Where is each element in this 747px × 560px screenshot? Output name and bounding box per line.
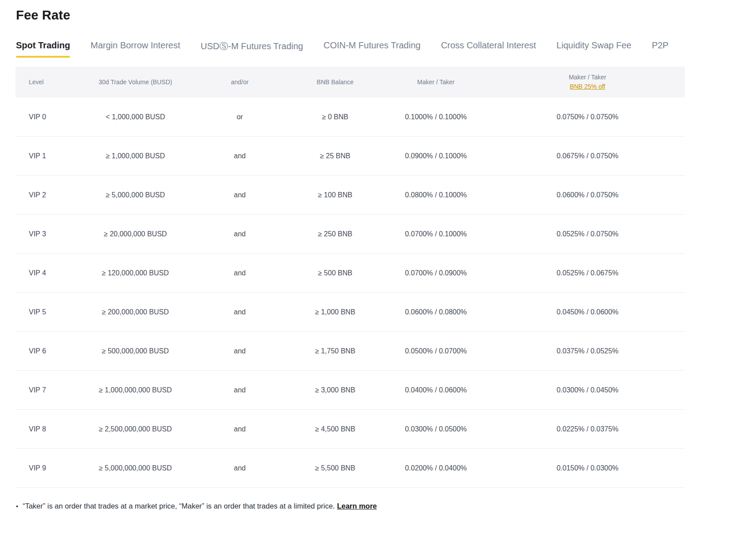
cell-bnb-balance: ≥ 250 BNB <box>289 230 382 238</box>
table-row: VIP 0 < 1,000,000 BUSD or ≥ 0 BNB 0.1000… <box>16 98 685 137</box>
cell-volume: ≥ 1,000,000,000 BUSD <box>80 386 191 394</box>
cell-maker-taker: 0.0500% / 0.0700% <box>382 347 490 355</box>
header-andor: and/or <box>191 78 289 86</box>
cell-volume: ≥ 5,000,000 BUSD <box>80 191 191 199</box>
table-row: VIP 3 ≥ 20,000,000 BUSD and ≥ 250 BNB 0.… <box>16 215 685 254</box>
cell-level: VIP 5 <box>16 308 80 316</box>
cell-maker-taker-discount: 0.0600% / 0.0750% <box>490 191 685 199</box>
cell-bnb-balance: ≥ 4,500 BNB <box>289 425 382 433</box>
table-row: VIP 8 ≥ 2,500,000,000 BUSD and ≥ 4,500 B… <box>16 410 685 449</box>
cell-level: VIP 4 <box>16 269 80 277</box>
cell-maker-taker: 0.0800% / 0.1000% <box>382 191 490 199</box>
cell-level: VIP 0 <box>16 113 80 121</box>
cell-maker-taker: 0.0700% / 0.1000% <box>382 230 490 238</box>
fee-table: Level 30d Trade Volume (BUSD) and/or BNB… <box>16 67 685 488</box>
table-row: VIP 6 ≥ 500,000,000 BUSD and ≥ 1,750 BNB… <box>16 332 685 371</box>
cell-bnb-balance: ≥ 100 BNB <box>289 191 382 199</box>
cell-andor: and <box>191 191 289 199</box>
table-header-row: Level 30d Trade Volume (BUSD) and/or BNB… <box>16 67 685 98</box>
cell-andor: and <box>191 425 289 433</box>
fee-tab[interactable]: Liquidity Swap Fee <box>556 40 631 63</box>
cell-maker-taker-discount: 0.0150% / 0.0300% <box>490 464 685 472</box>
cell-volume: ≥ 5,000,000,000 BUSD <box>80 464 191 472</box>
cell-maker-taker-discount: 0.0675% / 0.0750% <box>490 152 685 160</box>
fee-tabs: Spot Trading Margin Borrow Interest USDⓈ… <box>16 40 747 65</box>
cell-maker-taker: 0.0900% / 0.1000% <box>382 152 490 160</box>
cell-volume: ≥ 120,000,000 BUSD <box>80 269 191 277</box>
cell-bnb-balance: ≥ 5,500 BNB <box>289 464 382 472</box>
cell-andor: and <box>191 386 289 394</box>
header-level: Level <box>16 78 80 86</box>
table-row: VIP 1 ≥ 1,000,000 BUSD and ≥ 25 BNB 0.09… <box>16 137 685 176</box>
cell-volume: < 1,000,000 BUSD <box>80 113 191 121</box>
fee-tab[interactable]: P2P <box>652 40 669 63</box>
cell-andor: and <box>191 269 289 277</box>
cell-volume: ≥ 1,000,000 BUSD <box>80 152 191 160</box>
cell-maker-taker-discount: 0.0525% / 0.0750% <box>490 230 685 238</box>
fee-tab[interactable]: USDⓈ-M Futures Trading <box>201 40 303 65</box>
cell-level: VIP 3 <box>16 230 80 238</box>
cell-maker-taker-discount: 0.0225% / 0.0375% <box>490 425 685 433</box>
fee-tab[interactable]: COIN-M Futures Trading <box>324 40 421 63</box>
footnote-text: “Taker” is an order that trades at a mar… <box>23 502 335 510</box>
table-row: VIP 2 ≥ 5,000,000 BUSD and ≥ 100 BNB 0.0… <box>16 176 685 215</box>
cell-maker-taker-discount: 0.0375% / 0.0525% <box>490 347 685 355</box>
fee-tab[interactable]: Margin Borrow Interest <box>90 40 180 63</box>
cell-bnb-balance: ≥ 1,000 BNB <box>289 308 382 316</box>
cell-andor: or <box>191 113 289 121</box>
cell-maker-taker: 0.0200% / 0.0400% <box>382 464 490 472</box>
table-body: VIP 0 < 1,000,000 BUSD or ≥ 0 BNB 0.1000… <box>16 98 685 488</box>
header-maker-taker-discount: Maker / Taker BNB 25% off <box>490 73 685 91</box>
header-bnb-balance: BNB Balance <box>289 78 382 86</box>
page-title: Fee Rate <box>16 8 747 23</box>
cell-volume: ≥ 20,000,000 BUSD <box>80 230 191 238</box>
bullet-icon: • <box>16 503 18 510</box>
cell-bnb-balance: ≥ 1,750 BNB <box>289 347 382 355</box>
cell-andor: and <box>191 464 289 472</box>
cell-maker-taker-discount: 0.0450% / 0.0600% <box>490 308 685 316</box>
cell-bnb-balance: ≥ 3,000 BNB <box>289 386 382 394</box>
cell-andor: and <box>191 347 289 355</box>
fee-tab[interactable]: Cross Collateral Interest <box>441 40 536 63</box>
cell-andor: and <box>191 152 289 160</box>
cell-volume: ≥ 200,000,000 BUSD <box>80 308 191 316</box>
table-row: VIP 7 ≥ 1,000,000,000 BUSD and ≥ 3,000 B… <box>16 371 685 410</box>
table-row: VIP 4 ≥ 120,000,000 BUSD and ≥ 500 BNB 0… <box>16 254 685 293</box>
fee-tab[interactable]: Spot Trading <box>16 40 70 63</box>
cell-bnb-balance: ≥ 25 BNB <box>289 152 382 160</box>
header-maker-taker-discount-label: Maker / Taker <box>490 73 685 82</box>
header-maker-taker: Maker / Taker <box>382 78 490 86</box>
cell-volume: ≥ 2,500,000,000 BUSD <box>80 425 191 433</box>
cell-maker-taker: 0.0600% / 0.0800% <box>382 308 490 316</box>
cell-level: VIP 6 <box>16 347 80 355</box>
cell-level: VIP 7 <box>16 386 80 394</box>
cell-maker-taker-discount: 0.0300% / 0.0450% <box>490 386 685 394</box>
cell-maker-taker-discount: 0.0750% / 0.0750% <box>490 113 685 121</box>
table-row: VIP 5 ≥ 200,000,000 BUSD and ≥ 1,000 BNB… <box>16 293 685 332</box>
cell-maker-taker: 0.0300% / 0.0500% <box>382 425 490 433</box>
bnb-25-off-link[interactable]: BNB 25% off <box>570 82 605 91</box>
cell-andor: and <box>191 308 289 316</box>
cell-volume: ≥ 500,000,000 BUSD <box>80 347 191 355</box>
cell-level: VIP 2 <box>16 191 80 199</box>
cell-level: VIP 9 <box>16 464 80 472</box>
header-volume: 30d Trade Volume (BUSD) <box>80 78 191 86</box>
cell-maker-taker: 0.0400% / 0.0600% <box>382 386 490 394</box>
cell-maker-taker: 0.0700% / 0.0900% <box>382 269 490 277</box>
cell-bnb-balance: ≥ 500 BNB <box>289 269 382 277</box>
fee-rate-page: Fee Rate Spot Trading Margin Borrow Inte… <box>0 0 747 510</box>
learn-more-link[interactable]: Learn more <box>337 502 377 510</box>
cell-level: VIP 8 <box>16 425 80 433</box>
cell-maker-taker-discount: 0.0525% / 0.0675% <box>490 269 685 277</box>
cell-maker-taker: 0.1000% / 0.1000% <box>382 113 490 121</box>
cell-level: VIP 1 <box>16 152 80 160</box>
cell-andor: and <box>191 230 289 238</box>
cell-bnb-balance: ≥ 0 BNB <box>289 113 382 121</box>
taker-maker-footnote: • “Taker” is an order that trades at a m… <box>16 502 747 510</box>
table-row: VIP 9 ≥ 5,000,000,000 BUSD and ≥ 5,500 B… <box>16 449 685 488</box>
